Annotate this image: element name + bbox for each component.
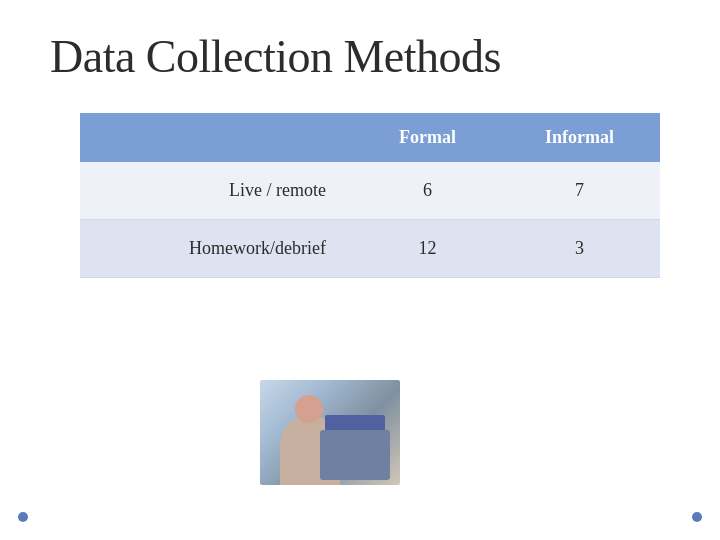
table-cell-formal-value: 12 [356, 220, 499, 278]
photo-placeholder [260, 380, 400, 485]
table-header-row: Formal Informal [80, 113, 660, 162]
desk-icon [320, 430, 390, 480]
table-cell-informal-value: 3 [499, 220, 660, 278]
page: Data Collection Methods Formal Informal … [0, 0, 720, 540]
table-cell-informal-value: 7 [499, 162, 660, 220]
table-header-row-label [80, 113, 356, 162]
table-cell-label: Homework/debrief [80, 220, 356, 278]
table-row: Homework/debrief 12 3 [80, 220, 660, 278]
table-header-formal: Formal [356, 113, 499, 162]
decorative-dot-right [692, 512, 702, 522]
decorative-dot-left [18, 512, 28, 522]
table-cell-label: Live / remote [80, 162, 356, 220]
table-cell-formal-value: 6 [356, 162, 499, 220]
photo-image [260, 380, 400, 485]
page-title: Data Collection Methods [50, 30, 670, 83]
data-table-wrapper: Formal Informal Live / remote 6 7 Homewo… [80, 113, 660, 278]
table-header-informal: Informal [499, 113, 660, 162]
data-collection-table: Formal Informal Live / remote 6 7 Homewo… [80, 113, 660, 278]
table-row: Live / remote 6 7 [80, 162, 660, 220]
